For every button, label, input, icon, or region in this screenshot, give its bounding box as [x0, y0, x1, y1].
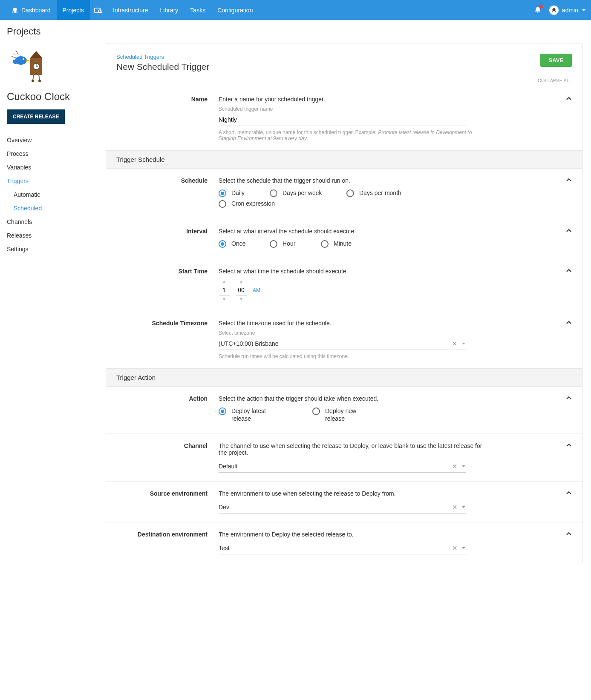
chevron-down-icon[interactable]	[461, 341, 466, 346]
dest-env-select[interactable]: Test	[219, 542, 466, 554]
sidebar-item-settings[interactable]: Settings	[7, 242, 89, 256]
radio-label: Deploy new release	[325, 407, 376, 422]
notifications-button[interactable]	[534, 6, 542, 14]
collapse-toggle[interactable]	[566, 490, 572, 496]
notification-dot	[539, 5, 543, 9]
svg-line-18	[12, 56, 16, 58]
svg-point-0	[13, 8, 17, 11]
chevron-down-icon	[582, 8, 586, 12]
field-help: Schedule run times will be calculated us…	[219, 353, 483, 359]
sidebar-item-overview[interactable]: Overview	[7, 133, 89, 147]
radio-days-week[interactable]: Days per week	[270, 189, 346, 197]
hour-input[interactable]	[219, 285, 230, 295]
nav-infrastructure[interactable]: Infrastructure	[107, 0, 154, 20]
sidebar-item-process[interactable]: Process	[7, 147, 89, 161]
save-button[interactable]: SAVE	[540, 54, 572, 67]
section-header-action: Trigger Action	[106, 368, 582, 387]
radio-once[interactable]: Once	[219, 240, 270, 248]
field-desc: Select the timezone used for the schedul…	[219, 320, 483, 327]
page-heading: New Scheduled Trigger	[116, 62, 540, 72]
action-options: Deploy latest release Deploy new release	[219, 407, 483, 425]
hour-stepper: ▲ ▼	[219, 278, 230, 302]
nav-label: Configuration	[217, 7, 253, 14]
radio-label: Deploy latest release	[231, 407, 283, 422]
chevron-down-icon[interactable]	[461, 546, 466, 550]
collapse-toggle[interactable]	[566, 320, 572, 326]
svg-point-12	[32, 80, 34, 82]
ampm-toggle[interactable]: AM	[253, 287, 260, 293]
main-panel: Scheduled Triggers New Scheduled Trigger…	[106, 43, 582, 563]
top-nav: Dashboard Projects Infrastructure Librar…	[0, 0, 591, 20]
collapse-toggle[interactable]	[566, 177, 572, 183]
collapse-toggle[interactable]	[566, 395, 572, 401]
radio-cron[interactable]: Cron expression	[219, 200, 295, 208]
radio-label: Daily	[231, 189, 245, 197]
clear-icon[interactable]	[452, 464, 457, 469]
clear-icon[interactable]	[452, 341, 457, 346]
field-dest-env: Destination environment The environment …	[106, 522, 582, 563]
clear-icon[interactable]	[452, 545, 457, 551]
radio-daily[interactable]: Daily	[219, 189, 270, 197]
minute-down[interactable]: ▼	[237, 295, 245, 302]
radio-label: Days per week	[283, 189, 322, 197]
field-desc: Select at what time the schedule should …	[219, 268, 483, 275]
chevron-down-icon[interactable]	[461, 505, 466, 509]
field-name: Name Enter a name for your scheduled tri…	[106, 87, 582, 150]
sidebar-item-triggers[interactable]: Triggers	[7, 174, 89, 188]
minute-up[interactable]: ▲	[237, 278, 245, 285]
nav-library[interactable]: Library	[154, 0, 185, 20]
svg-line-3	[101, 12, 102, 14]
radio-deploy-new[interactable]: Deploy new release	[312, 407, 406, 422]
chevron-up-icon	[566, 228, 572, 234]
field-desc: Select the schedule that the trigger sho…	[219, 177, 483, 184]
user-menu[interactable]: admin	[549, 6, 586, 15]
svg-marker-6	[30, 51, 42, 58]
field-label: Channel	[116, 442, 219, 473]
trigger-name-input[interactable]	[219, 114, 466, 126]
collapse-all-button[interactable]: COLLAPSE ALL	[106, 76, 582, 87]
field-interval: Interval Select at what interval the sch…	[106, 219, 582, 259]
user-name: admin	[562, 7, 578, 14]
minute-stepper: ▲ ▼	[236, 278, 247, 302]
field-desc: The channel to use when selecting the re…	[219, 442, 483, 456]
collapse-toggle[interactable]	[566, 96, 572, 102]
nav-dashboard[interactable]: Dashboard	[5, 0, 57, 20]
field-label: Interval	[116, 228, 219, 250]
create-release-button[interactable]: CREATE RELEASE	[7, 109, 65, 124]
nav-search[interactable]	[90, 0, 107, 20]
hour-down[interactable]: ▼	[220, 295, 228, 302]
collapse-toggle[interactable]	[566, 531, 572, 537]
channel-select[interactable]: Default	[219, 460, 466, 473]
collapse-toggle[interactable]	[566, 268, 572, 274]
hour-up[interactable]: ▲	[220, 278, 228, 285]
radio-deploy-latest[interactable]: Deploy latest release	[219, 407, 312, 422]
radio-days-month[interactable]: Days per month	[346, 189, 423, 197]
source-env-select[interactable]: Dev	[219, 501, 466, 514]
nav-tasks[interactable]: Tasks	[184, 0, 211, 20]
collapse-toggle[interactable]	[566, 442, 572, 448]
sidebar-item-automatic[interactable]: Automatic	[7, 188, 89, 201]
sidebar-item-scheduled[interactable]: Scheduled	[7, 201, 89, 215]
timezone-select[interactable]: (UTC+10:00) Brisbane	[219, 338, 466, 350]
chevron-down-icon[interactable]	[461, 464, 466, 468]
sidebar-item-variables[interactable]: Variables	[7, 161, 89, 174]
svg-point-15	[23, 58, 24, 60]
radio-minute[interactable]: Minute	[321, 240, 372, 248]
field-hint: Select timezone	[219, 330, 483, 336]
octopus-icon	[11, 6, 19, 14]
chevron-up-icon	[566, 268, 572, 274]
nav-projects[interactable]: Projects	[57, 0, 90, 20]
radio-hour[interactable]: Hour	[270, 240, 321, 248]
select-value: Default	[219, 460, 452, 472]
sidebar-item-releases[interactable]: Releases	[7, 229, 89, 242]
nav-configuration[interactable]: Configuration	[211, 0, 259, 20]
clear-icon[interactable]	[452, 505, 457, 510]
svg-point-13	[38, 80, 41, 82]
collapse-toggle[interactable]	[566, 228, 572, 234]
chevron-up-icon	[566, 442, 572, 448]
select-value: (UTC+10:00) Brisbane	[219, 338, 452, 350]
breadcrumb[interactable]: Scheduled Triggers	[116, 54, 540, 60]
field-desc: The environment to Deploy the selected r…	[219, 531, 483, 538]
minute-input[interactable]	[236, 285, 247, 295]
sidebar-item-channels[interactable]: Channels	[7, 215, 89, 229]
